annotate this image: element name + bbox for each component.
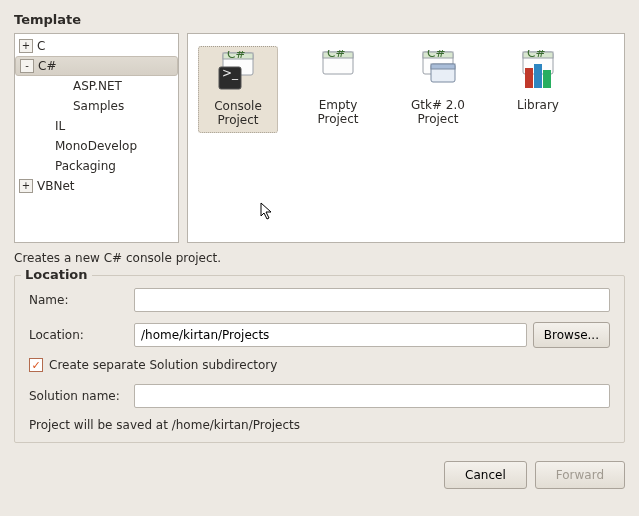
template-item-label: Console Project <box>201 99 275 128</box>
template-item[interactable]: C#Empty Project <box>298 46 378 131</box>
tree-item[interactable]: MonoDevelop <box>15 136 178 156</box>
tree-item[interactable]: Samples <box>15 96 178 116</box>
gtk-project-icon: C# <box>417 50 459 92</box>
template-description: Creates a new C# console project. <box>14 251 625 265</box>
tree-item[interactable]: +VBNet <box>15 176 178 196</box>
library-project-icon: C# <box>517 50 559 92</box>
create-subdirectory-checkbox[interactable]: ✓ <box>29 358 43 372</box>
tree-item-label: Packaging <box>55 159 116 173</box>
tree-item-label: C# <box>38 59 56 73</box>
template-item[interactable]: C#Gtk# 2.0 Project <box>398 46 478 131</box>
template-category-tree[interactable]: +C-C#ASP.NETSamplesILMonoDevelopPackagin… <box>14 33 179 243</box>
tree-item[interactable]: Packaging <box>15 156 178 176</box>
cancel-button[interactable]: Cancel <box>444 461 527 489</box>
console-project-icon: C#>_ <box>217 51 259 93</box>
tree-item-label: C <box>37 39 45 53</box>
svg-text:C#: C# <box>527 50 545 60</box>
template-item-label: Empty Project <box>300 98 376 127</box>
svg-text:C#: C# <box>427 50 445 60</box>
name-input[interactable] <box>134 288 610 312</box>
solution-name-label: Solution name: <box>29 389 134 403</box>
tree-item[interactable]: -C# <box>15 56 178 76</box>
tree-item-label: VBNet <box>37 179 75 193</box>
template-item[interactable]: C#>_Console Project <box>198 46 278 133</box>
solution-name-input[interactable] <box>134 384 610 408</box>
empty-project-icon: C# <box>317 50 359 92</box>
svg-rect-18 <box>543 70 551 88</box>
template-item[interactable]: C#Library <box>498 46 578 116</box>
location-section-label: Location <box>21 267 92 282</box>
forward-button[interactable]: Forward <box>535 461 625 489</box>
expand-icon[interactable]: + <box>19 39 33 53</box>
tree-item-label: ASP.NET <box>73 79 122 93</box>
template-item-label: Library <box>517 98 559 112</box>
expand-icon[interactable]: + <box>19 179 33 193</box>
tree-item-label: IL <box>55 119 65 133</box>
collapse-icon[interactable]: - <box>20 59 34 73</box>
svg-text:C#: C# <box>327 50 345 60</box>
save-path-note: Project will be saved at /home/kirtan/Pr… <box>29 418 610 432</box>
template-section-label: Template <box>14 12 625 27</box>
browse-button[interactable]: Browse... <box>533 322 610 348</box>
tree-item[interactable]: ASP.NET <box>15 76 178 96</box>
tree-item[interactable]: IL <box>15 116 178 136</box>
location-input[interactable] <box>134 323 527 347</box>
tree-item[interactable]: +C <box>15 36 178 56</box>
create-subdirectory-label: Create separate Solution subdirectory <box>49 358 277 372</box>
tree-item-label: MonoDevelop <box>55 139 137 153</box>
template-item-label: Gtk# 2.0 Project <box>400 98 476 127</box>
svg-text:>_: >_ <box>222 66 239 80</box>
svg-rect-12 <box>431 64 455 69</box>
svg-text:C#: C# <box>227 51 245 61</box>
tree-item-label: Samples <box>73 99 124 113</box>
name-label: Name: <box>29 293 134 307</box>
location-label: Location: <box>29 328 134 342</box>
svg-rect-16 <box>525 68 533 88</box>
template-icon-panel[interactable]: C#>_Console ProjectC#Empty ProjectC#Gtk#… <box>187 33 625 243</box>
svg-rect-17 <box>534 64 542 88</box>
